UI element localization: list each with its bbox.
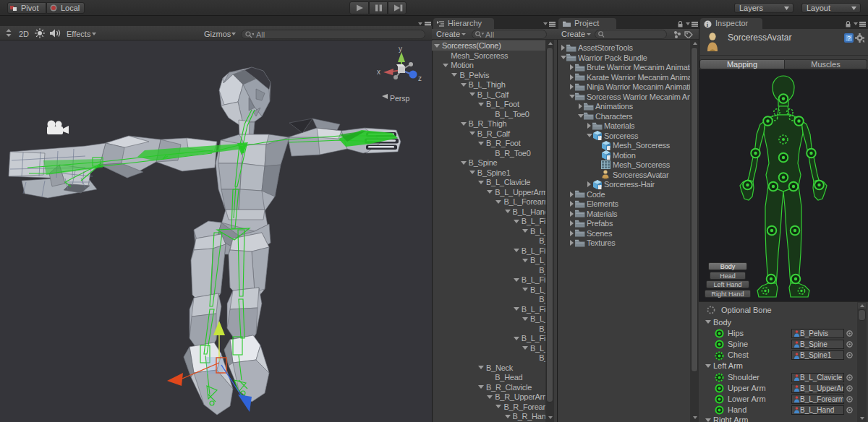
svg-text:x: x [377, 68, 380, 76]
svg-text:?: ? [847, 35, 851, 42]
svg-text:z: z [418, 74, 422, 82]
svg-text:y: y [399, 45, 402, 53]
svg-text:Persp: Persp [390, 94, 410, 103]
